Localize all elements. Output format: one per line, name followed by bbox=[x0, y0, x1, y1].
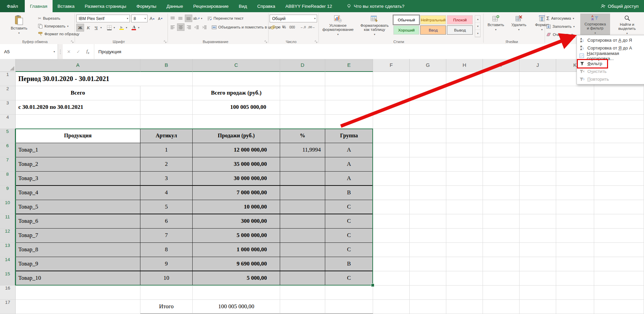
cell-B13[interactable]: 8 bbox=[140, 243, 193, 257]
cell-J6[interactable] bbox=[520, 143, 556, 157]
cell-J16[interactable] bbox=[520, 286, 556, 300]
cell-H3[interactable] bbox=[446, 100, 483, 115]
copy-button[interactable]: Копировать ▾ bbox=[38, 23, 79, 30]
cell-A15[interactable]: Товар_10 bbox=[16, 271, 140, 286]
row-header-3[interactable]: 3 bbox=[0, 100, 16, 115]
cell-E13[interactable]: C bbox=[325, 243, 373, 257]
cell-L6[interactable] bbox=[594, 143, 644, 157]
cell-C12[interactable]: 5 000 000,00 bbox=[193, 229, 280, 243]
accounting-format-icon[interactable]: $ bbox=[270, 24, 276, 31]
cell-B9[interactable]: 4 bbox=[140, 186, 193, 200]
cell-I6[interactable] bbox=[483, 143, 520, 157]
cell-I10[interactable] bbox=[483, 200, 520, 214]
cell-C2[interactable]: Всего продаж (руб.) bbox=[193, 86, 280, 100]
font-size-combo[interactable]: 8 ▾ bbox=[131, 15, 148, 22]
menu-item-custom-sort[interactable]: ↓↑Настраиваемая сортировка... bbox=[577, 52, 644, 60]
name-box[interactable]: A5 ▾ bbox=[0, 44, 58, 59]
cell-B4[interactable] bbox=[140, 115, 193, 129]
autosum-button[interactable]: Σ Автосумма ▾ bbox=[546, 15, 579, 22]
enter-icon[interactable]: ✓ bbox=[74, 49, 83, 54]
cell-F9[interactable] bbox=[373, 186, 410, 200]
cell-C9[interactable]: 7 000 000,00 bbox=[193, 186, 280, 200]
cell-D6[interactable]: 11,9994 bbox=[280, 143, 325, 157]
row-header-6[interactable]: 6 bbox=[0, 143, 16, 157]
cell-F15[interactable] bbox=[373, 271, 410, 286]
cell-E1[interactable] bbox=[325, 72, 373, 86]
align-left-icon[interactable] bbox=[169, 24, 176, 31]
cell-F5[interactable] bbox=[373, 129, 410, 143]
cell-I17[interactable] bbox=[483, 300, 520, 314]
decrease-indent-icon[interactable] bbox=[193, 24, 200, 31]
find-select-button[interactable]: Найти и выделить ▾ bbox=[611, 14, 643, 38]
cell-I9[interactable] bbox=[483, 186, 520, 200]
cell-K17[interactable] bbox=[556, 300, 594, 314]
cell-E10[interactable]: C bbox=[325, 200, 373, 214]
row-header-14[interactable]: 14 bbox=[0, 257, 16, 271]
cell-B11[interactable]: 6 bbox=[140, 214, 193, 229]
cell-J9[interactable] bbox=[520, 186, 556, 200]
tell-me-search[interactable]: Что вы хотите сделать? bbox=[347, 0, 404, 12]
gallery-scroll-up-icon[interactable]: ▲ bbox=[475, 16, 480, 23]
cell-E2[interactable] bbox=[325, 86, 373, 100]
row-header-12[interactable]: 12 bbox=[0, 229, 16, 243]
cell-G16[interactable] bbox=[410, 286, 446, 300]
delete-cells-button[interactable]: Удалить ▾ bbox=[508, 14, 530, 38]
cell-G3[interactable] bbox=[410, 100, 446, 115]
cell-A6[interactable]: Товар_1 bbox=[16, 143, 140, 157]
cell-I16[interactable] bbox=[483, 286, 520, 300]
cell-I7[interactable] bbox=[483, 157, 520, 172]
orientation-icon[interactable]: ab↗ bbox=[193, 15, 200, 22]
cell-L3[interactable] bbox=[594, 100, 644, 115]
cell-D11[interactable] bbox=[280, 214, 325, 229]
cell-L11[interactable] bbox=[594, 214, 644, 229]
font-color-icon[interactable]: А bbox=[131, 24, 137, 31]
cell-A8[interactable]: Товар_3 bbox=[16, 172, 140, 186]
cell-H1[interactable] bbox=[446, 72, 483, 86]
cell-D13[interactable] bbox=[280, 243, 325, 257]
cell-L10[interactable] bbox=[594, 200, 644, 214]
cell-F16[interactable] bbox=[373, 286, 410, 300]
cell-C7[interactable]: 35 000 000,00 bbox=[193, 157, 280, 172]
align-center-icon[interactable] bbox=[177, 23, 184, 31]
cell-I4[interactable] bbox=[483, 115, 520, 129]
cell-I2[interactable] bbox=[483, 86, 520, 100]
cell-I5[interactable] bbox=[483, 129, 520, 143]
row-header-7[interactable]: 7 bbox=[0, 157, 16, 172]
cell-G2[interactable] bbox=[410, 86, 446, 100]
cell-D8[interactable] bbox=[280, 172, 325, 186]
cell-H6[interactable] bbox=[446, 143, 483, 157]
cell-H11[interactable] bbox=[446, 214, 483, 229]
increase-decimal-icon[interactable]: ←,0 bbox=[299, 24, 306, 31]
cell-G15[interactable] bbox=[410, 271, 446, 286]
cell-E5[interactable]: Группа bbox=[325, 129, 373, 143]
row-header-9[interactable]: 9 bbox=[0, 186, 16, 200]
cell-B12[interactable]: 7 bbox=[140, 229, 193, 243]
row-header-4[interactable]: 4 bbox=[0, 115, 16, 129]
decrease-decimal-icon[interactable]: ,00→ bbox=[308, 24, 315, 31]
cell-J2[interactable] bbox=[520, 86, 556, 100]
cell-J5[interactable] bbox=[520, 129, 556, 143]
cell-D16[interactable] bbox=[280, 286, 325, 300]
cell-L5[interactable] bbox=[594, 129, 644, 143]
cell-D3[interactable] bbox=[280, 100, 325, 115]
cell-A14[interactable]: Товар_9 bbox=[16, 257, 140, 271]
cell-K10[interactable] bbox=[556, 200, 594, 214]
cell-K2[interactable] bbox=[556, 86, 594, 100]
cell-C4[interactable] bbox=[193, 115, 280, 129]
cell-H9[interactable] bbox=[446, 186, 483, 200]
cell-style-нейтральный[interactable]: Нейтральный bbox=[420, 15, 446, 24]
cell-L4[interactable] bbox=[594, 115, 644, 129]
cell-style-ввод[interactable]: Ввод bbox=[420, 25, 446, 35]
column-header-G[interactable]: G bbox=[410, 59, 446, 72]
cell-K7[interactable] bbox=[556, 157, 594, 172]
cell-F11[interactable] bbox=[373, 214, 410, 229]
column-header-B[interactable]: B bbox=[140, 59, 193, 72]
cell-H8[interactable] bbox=[446, 172, 483, 186]
font-family-combo[interactable]: IBM Plex Serif ▾ bbox=[76, 15, 130, 22]
cell-F10[interactable] bbox=[373, 200, 410, 214]
menu-item-filter[interactable]: Фильтр bbox=[577, 60, 644, 67]
cell-K5[interactable] bbox=[556, 129, 594, 143]
cell-D5[interactable]: % bbox=[280, 129, 325, 143]
column-header-A[interactable]: A bbox=[16, 59, 140, 72]
cell-E16[interactable] bbox=[325, 286, 373, 300]
